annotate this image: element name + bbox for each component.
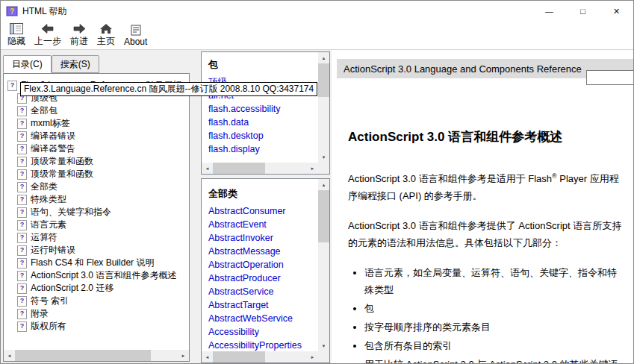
home-label: 主页 bbox=[97, 35, 115, 48]
scroll-left-icon[interactable]: ◄ bbox=[202, 351, 213, 363]
class-link[interactable]: AbstractTarget bbox=[208, 298, 317, 312]
help-page-icon: ? bbox=[17, 106, 27, 116]
all-classes-list: 全部类 AbstractConsumer AbstractEvent Abstr… bbox=[202, 180, 317, 351]
scrollbar-corner bbox=[318, 163, 329, 174]
class-link[interactable]: Accessibility bbox=[208, 325, 317, 339]
scroll-up-icon[interactable]: ▲ bbox=[318, 52, 329, 63]
hide-button[interactable]: 隐藏 bbox=[3, 22, 30, 49]
toolbar: 隐藏 上一步 前进 主页 Abou bbox=[1, 22, 633, 50]
tree-item[interactable]: ?mxml标签 bbox=[4, 117, 188, 130]
tree-item[interactable]: ?版权所有 bbox=[4, 320, 188, 333]
scroll-down-icon[interactable]: ▼ bbox=[318, 340, 329, 351]
tree-item[interactable]: ?编译器错误 bbox=[4, 130, 188, 142]
all-classes-title: 全部类 bbox=[208, 187, 317, 201]
forward-label: 前进 bbox=[70, 35, 88, 48]
hide-label: 隐藏 bbox=[7, 35, 25, 48]
tree-item[interactable]: ?顶级常量和函数 bbox=[4, 155, 188, 168]
help-page-icon: ? bbox=[17, 283, 27, 294]
help-page-icon: ? bbox=[17, 245, 27, 256]
minimize-button[interactable]: — bbox=[532, 1, 566, 22]
scroll-left-icon[interactable]: ◄ bbox=[202, 163, 213, 174]
package-link[interactable]: flash.accessibility bbox=[208, 102, 317, 116]
tree-item[interactable]: ?顶级常量和函数 bbox=[4, 168, 188, 181]
class-link[interactable]: AccessibilityProperties bbox=[208, 339, 317, 351]
tree-item[interactable]: ?编译器警告 bbox=[4, 142, 188, 155]
tree-item[interactable]: ?符号 索引 bbox=[4, 295, 188, 307]
class-link[interactable]: AbstractWebService bbox=[208, 312, 317, 325]
scroll-thumb[interactable] bbox=[213, 351, 265, 363]
scroll-thumb[interactable] bbox=[15, 350, 151, 361]
package-link[interactable]: flash.data bbox=[208, 116, 317, 129]
topic-bullet: 语言元素，如全局变量、运算符、语句、关键字、指令和特殊类型 bbox=[364, 264, 626, 298]
forward-button[interactable]: 前进 bbox=[66, 22, 93, 49]
maximize-button[interactable]: □ bbox=[566, 1, 600, 22]
tree-item[interactable]: ?全部包 bbox=[4, 104, 188, 117]
scroll-down-icon[interactable]: ▼ bbox=[318, 151, 329, 163]
topic-bullet: 包含所有条目的索引 bbox=[364, 337, 626, 354]
tree-item[interactable]: ?ActionScript 3.0 语言和组件参考概述 bbox=[4, 269, 188, 282]
scroll-right-icon[interactable]: ► bbox=[178, 350, 189, 361]
package-link[interactable]: flash.display bbox=[208, 142, 317, 156]
tree-item[interactable]: ?Flash CS4 和 Flex Builder 说明 bbox=[4, 257, 188, 269]
help-page-icon: ? bbox=[17, 271, 27, 281]
tree-item[interactable]: ?附录 bbox=[4, 307, 188, 320]
help-page-icon: ? bbox=[17, 296, 27, 307]
tree-horizontal-scrollbar[interactable]: ◄ ► bbox=[4, 350, 189, 361]
about-label: About bbox=[124, 37, 147, 47]
scroll-thumb[interactable] bbox=[213, 163, 265, 174]
window-title: HTML 帮助 bbox=[22, 5, 67, 18]
close-button[interactable]: ✕ bbox=[600, 1, 633, 22]
tree-item[interactable]: ?运算符 bbox=[4, 231, 188, 244]
class-link[interactable]: AbstractProducer bbox=[208, 272, 317, 285]
back-label: 上一步 bbox=[34, 35, 61, 48]
scroll-up-icon[interactable]: ▲ bbox=[318, 179, 329, 190]
tree-item[interactable]: ?语句、关键字和指令 bbox=[4, 206, 188, 219]
back-button[interactable]: 上一步 bbox=[30, 22, 66, 49]
packages-horizontal-scrollbar[interactable]: ◄ ► bbox=[202, 163, 318, 174]
scroll-thumb[interactable] bbox=[318, 190, 329, 242]
help-page-icon: ? bbox=[17, 258, 27, 269]
tree-item[interactable]: ?特殊类型 bbox=[4, 193, 188, 206]
tree-item[interactable]: ?ActionScript 2.0 迁移 bbox=[4, 282, 188, 295]
class-link[interactable]: AbstractConsumer bbox=[208, 204, 317, 218]
search-input[interactable] bbox=[586, 70, 633, 85]
classes-horizontal-scrollbar[interactable]: ◄ ► bbox=[202, 351, 318, 363]
scroll-right-icon[interactable]: ► bbox=[307, 163, 318, 174]
help-page-icon: ? bbox=[17, 157, 27, 167]
tree-item[interactable]: ?运行时错误 bbox=[4, 244, 188, 257]
scroll-right-icon[interactable]: ► bbox=[307, 351, 318, 363]
help-window: ? HTML 帮助 — □ ✕ 隐藏 上一步 bbox=[0, 0, 634, 364]
hide-icon bbox=[10, 23, 23, 34]
tree-item[interactable]: ?语言元素 bbox=[4, 219, 188, 231]
forward-icon bbox=[72, 23, 86, 34]
help-page-icon: ? bbox=[17, 131, 27, 142]
class-link[interactable]: AbstractEvent bbox=[208, 218, 317, 231]
packages-title: 包 bbox=[208, 58, 317, 72]
contents-tree-panel: ? Flex.3.Language.Reference.cn 随风展翅--修订版… bbox=[3, 73, 190, 362]
svg-text:?: ? bbox=[10, 7, 14, 16]
home-icon bbox=[99, 23, 113, 34]
help-page-icon: ? bbox=[17, 233, 27, 243]
packages-vertical-scrollbar[interactable]: ▲ ▼ bbox=[318, 52, 329, 163]
package-link[interactable]: flash.desktop bbox=[208, 129, 317, 142]
scroll-thumb[interactable] bbox=[318, 63, 329, 97]
tree-item[interactable]: ?全部类 bbox=[4, 181, 188, 193]
tab-search[interactable]: 搜索(S) bbox=[52, 55, 99, 73]
scroll-left-icon[interactable]: ◄ bbox=[4, 350, 15, 361]
class-link[interactable]: AbstractService bbox=[208, 285, 317, 298]
classes-vertical-scrollbar[interactable]: ▲ ▼ bbox=[318, 179, 329, 351]
about-button[interactable]: About bbox=[119, 23, 152, 48]
help-page-icon: ? bbox=[17, 207, 27, 218]
tab-contents[interactable]: 目录(C) bbox=[3, 55, 52, 73]
help-page-icon: ? bbox=[17, 195, 27, 205]
titlebar: ? HTML 帮助 — □ ✕ bbox=[1, 1, 633, 22]
packages-panel: 包 顶级 air.net flash.accessibility flash.d… bbox=[201, 51, 330, 175]
home-button[interactable]: 主页 bbox=[93, 22, 119, 49]
help-page-icon: ? bbox=[17, 119, 27, 129]
content-banner: ActionScript 3.0 Language and Components… bbox=[337, 59, 633, 78]
class-link[interactable]: AbstractOperation bbox=[208, 258, 317, 272]
class-link[interactable]: AbstractMessage bbox=[208, 245, 317, 258]
class-link[interactable]: AbstractInvoker bbox=[208, 231, 317, 245]
topic-paragraph: ActionScript 3.0 语言和组件参考是适用于 Flash® Play… bbox=[348, 168, 626, 204]
help-page-icon: ? bbox=[17, 182, 27, 192]
